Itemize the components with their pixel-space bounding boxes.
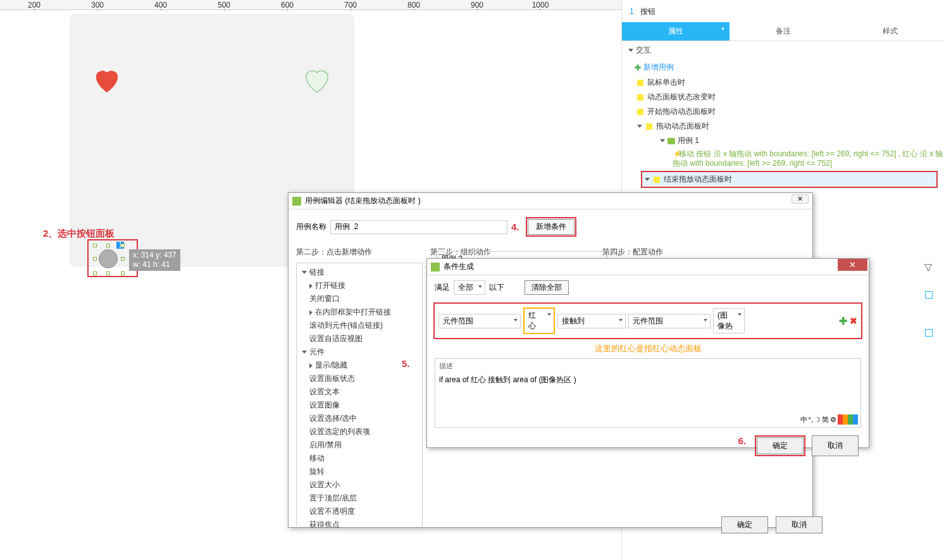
dialog-titlebar[interactable]: 用例编辑器 (结束拖放动态面板时 ) ✕: [289, 193, 812, 209]
clear-all-button[interactable]: 清除全部: [525, 280, 569, 295]
resize-handle[interactable]: [121, 271, 125, 275]
cancel-button[interactable]: 取消: [776, 516, 823, 533]
ruler-tick: 600: [281, 1, 294, 9]
resize-handle[interactable]: [93, 271, 97, 275]
cond-target-type-select[interactable]: 元件范围: [628, 314, 711, 328]
cond-target-select[interactable]: (图像热: [713, 308, 745, 333]
tab-properties[interactable]: 属性•: [622, 22, 730, 40]
event-drag-start[interactable]: 开始拖动动态面板时: [635, 104, 944, 119]
case-icon: [668, 138, 675, 144]
case-editor-buttons: 确定 取消: [721, 516, 823, 533]
add-condition-button[interactable]: 新增条件: [528, 219, 574, 235]
tree-resize[interactable]: 设置大小: [299, 478, 419, 492]
ime-gear-icon[interactable]: ⚙: [830, 416, 836, 424]
inspector-tabs: 属性• 备注 样式: [622, 22, 944, 41]
annotation-6-box: 确定: [755, 435, 805, 456]
dialog2-titlebar[interactable]: 条件生成 ✕: [427, 259, 869, 275]
checkbox-icon[interactable]: [925, 291, 933, 299]
tree-scroll-anchor[interactable]: 滚动到元件(锚点链接): [299, 319, 419, 332]
inspector-title: 1 按钮: [622, 0, 944, 22]
ime-toolbar[interactable]: 中 °, ☽ 简 ⚙: [800, 414, 858, 425]
coord-wh: w: 41 h: 41: [133, 260, 177, 270]
event-drag-drop[interactable]: 结束拖放动态面板时: [642, 172, 936, 187]
condition-builder-dialog: 条件生成 ✕ 满足 全部 以下 清除全部 5. 元件范围 红心 接触到 元件范围…: [426, 258, 869, 448]
satisfy-label: 满足: [435, 282, 450, 293]
ime-color-bar: [838, 414, 858, 425]
tree-move[interactable]: 移动: [299, 452, 419, 465]
case-row[interactable]: 用例 1: [635, 134, 944, 148]
coordinates-tooltip: x: 314 y: 437 w: 41 h: 41: [129, 249, 180, 271]
tree-set-selected[interactable]: 设置选择/选中: [299, 412, 419, 425]
resize-handle[interactable]: [106, 271, 110, 275]
description-text: if area of 红心 接触到 area of (图像热区 ): [439, 371, 857, 389]
checkbox-icon[interactable]: [925, 329, 933, 337]
add-row-icon[interactable]: ✚: [839, 315, 847, 327]
action-tree[interactable]: 链接 打开链接 关闭窗口 在内部框架中打开链接 滚动到元件(锚点链接) 设置自适…: [296, 263, 423, 528]
tree-set-image[interactable]: 设置图像: [299, 399, 419, 412]
app-icon: [292, 197, 301, 206]
event-onclick[interactable]: 鼠标单击时: [635, 75, 944, 90]
cond-widget-select[interactable]: 红心: [523, 308, 555, 334]
ruler-tick: 200: [28, 1, 40, 9]
tab-style[interactable]: 样式: [836, 22, 944, 40]
tree-open-link[interactable]: 打开链接: [299, 279, 419, 292]
tree-links[interactable]: 链接: [299, 266, 419, 279]
tree-focus[interactable]: 获得焦点: [299, 518, 419, 528]
resize-handle[interactable]: [93, 244, 97, 247]
event-icon: [654, 177, 660, 183]
match-all-select[interactable]: 全部: [454, 280, 485, 295]
event-panel-state-change[interactable]: 动态面板状态改变时: [635, 90, 944, 104]
tree-enable-disable[interactable]: 启用/禁用: [299, 439, 419, 452]
tab-notes[interactable]: 备注: [730, 22, 837, 40]
tree-set-opacity[interactable]: 设置不透明度: [299, 505, 419, 518]
annotation-4-box: 新增条件: [526, 217, 576, 237]
ok-button[interactable]: 确定: [721, 516, 768, 533]
ime-simp-icon[interactable]: 简: [822, 415, 829, 425]
resize-handle[interactable]: [106, 244, 110, 247]
tree-rotate[interactable]: 旋转: [299, 465, 419, 478]
tree-set-text[interactable]: 设置文本: [299, 385, 419, 399]
action-move[interactable]: ⚡移动 按钮 沿 x 轴拖动 with boundaries: [left >=…: [635, 148, 944, 170]
tree-widgets[interactable]: 元件: [299, 345, 419, 359]
ruler-tick: 1000: [532, 1, 549, 9]
event-icon: [637, 94, 643, 101]
dialog-title: 用例编辑器 (结束拖放动态面板时 ): [305, 196, 421, 206]
ime-moon-icon[interactable]: ☽: [814, 416, 821, 424]
tree-adaptive-view[interactable]: 设置自适应视图: [299, 332, 419, 345]
case-name-input[interactable]: [330, 220, 507, 234]
cond-operator-select[interactable]: 接触到: [557, 314, 626, 328]
section-interactions[interactable]: 交互: [622, 41, 944, 59]
tree-open-in-frame[interactable]: 在内部框架中打开链接: [299, 306, 419, 319]
cancel-button[interactable]: 取消: [812, 435, 859, 456]
heart-outline-icon[interactable]: [302, 67, 332, 96]
close-button[interactable]: ✕: [792, 194, 809, 204]
resize-handle[interactable]: [121, 244, 125, 247]
resize-handle[interactable]: [121, 257, 125, 261]
add-case-link[interactable]: ✚新增用例: [622, 59, 944, 75]
ok-button[interactable]: 确定: [757, 437, 804, 454]
description-box: 描述 if area of 红心 接触到 area of (图像热区 ) 中 °…: [435, 358, 861, 428]
heart-red-icon[interactable]: [92, 67, 121, 96]
ruler-tick: 900: [471, 1, 483, 9]
case-name-label: 用例名称: [296, 221, 326, 232]
close-button[interactable]: ✕: [838, 259, 867, 271]
selected-button-panel[interactable]: 1: [95, 246, 123, 273]
annotation-5: 5.: [402, 358, 410, 369]
tree-set-list-item[interactable]: 设置选定的列表项: [299, 425, 419, 439]
dialog2-title: 条件生成: [444, 261, 474, 272]
remove-row-icon[interactable]: ✖: [850, 316, 857, 326]
annotation-4: 4.: [511, 221, 519, 232]
tree-close-window[interactable]: 关闭窗口: [299, 292, 419, 306]
ruler-tick: 500: [218, 1, 230, 9]
orange-annotation: 这里的红心是指红心动态面板: [427, 342, 869, 356]
ime-zh-icon[interactable]: 中: [800, 415, 807, 425]
filter-icon[interactable]: [924, 263, 933, 272]
event-drag[interactable]: 拖动动态面板时: [635, 119, 944, 134]
ruler-tick: 700: [344, 1, 357, 9]
tree-bring-front-back[interactable]: 置于顶层/底层: [299, 492, 419, 505]
button-shape: [99, 249, 118, 268]
coord-xy: x: 314 y: 437: [133, 251, 177, 260]
tree-panel-state[interactable]: 设置面板状态: [299, 372, 419, 385]
resize-handle[interactable]: [93, 257, 97, 261]
cond-type-select[interactable]: 元件范围: [438, 314, 521, 328]
